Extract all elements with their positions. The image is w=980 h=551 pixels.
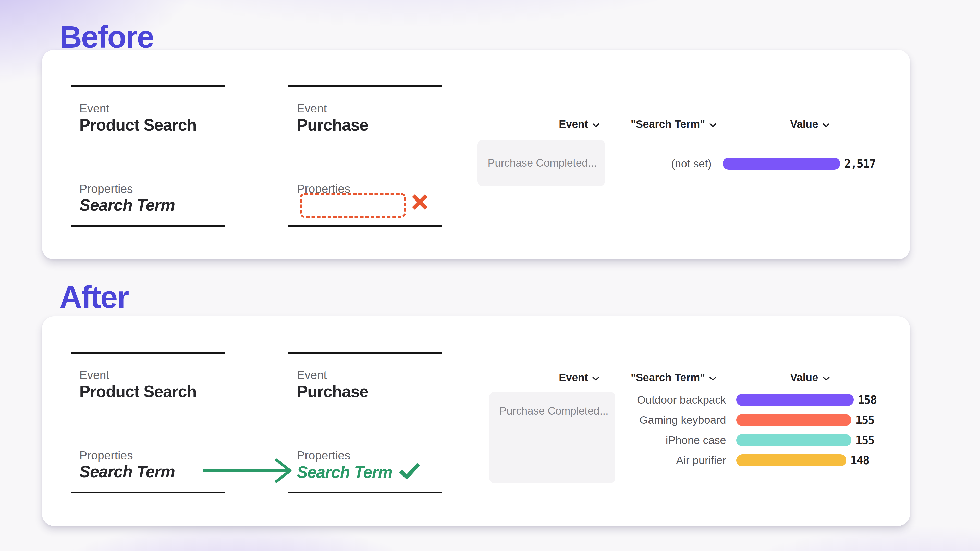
value-number: 155 (856, 433, 874, 447)
x-icon (412, 194, 428, 211)
value-bar (736, 414, 851, 426)
search-term-label: iPhone case (527, 434, 726, 446)
value-bar (736, 394, 854, 406)
table-row: Outdoor backpack158 (527, 394, 877, 406)
event-label: Event (297, 102, 327, 115)
properties-value: Search Term (80, 462, 175, 481)
column-header-label: Event (559, 372, 588, 384)
event-value: Product Search (80, 116, 197, 135)
properties-label: Properties (80, 449, 133, 462)
missing-property-placeholder (300, 193, 406, 218)
chevron-down-icon (822, 372, 830, 384)
mapping-arrow-icon (203, 458, 295, 484)
value-bar (723, 158, 840, 170)
chevron-down-icon (592, 118, 600, 130)
column-header-event[interactable]: Event (559, 118, 600, 130)
event-label: Event (297, 368, 327, 382)
table-row: iPhone case155 (527, 434, 874, 446)
event-value: Purchase (297, 116, 368, 135)
after-heading: After (59, 282, 128, 313)
event-value: Purchase (297, 383, 368, 401)
value-bar (736, 454, 846, 466)
column-header-search-term[interactable]: "Search Term" (631, 372, 717, 384)
event-value: Product Search (80, 383, 197, 401)
column-header-value[interactable]: Value (790, 372, 830, 384)
column-header-event[interactable]: Event (559, 372, 600, 384)
column-header-label: Value (790, 372, 818, 384)
search-term-label: Air purifier (527, 454, 726, 467)
properties-value-mapped: Search Term (297, 462, 420, 483)
check-icon (399, 464, 420, 483)
event-label: Event (80, 368, 110, 382)
properties-label: Properties (80, 183, 133, 195)
before-purchase-field-card: Event Purchase Properties (288, 86, 442, 227)
column-header-search-term[interactable]: "Search Term" (631, 118, 717, 130)
before-heading: Before (59, 21, 153, 52)
value-number: 2,517 (844, 157, 875, 170)
after-product-search-field-card: Event Product Search Properties Search T… (71, 352, 224, 493)
value-number: 158 (858, 393, 877, 407)
before-card: Event Product Search Properties Search T… (42, 50, 910, 259)
table-row: Gaming keyboard155 (527, 414, 874, 426)
column-header-label: "Search Term" (631, 118, 705, 130)
event-label: Event (80, 102, 110, 115)
chevron-down-icon (592, 372, 600, 384)
search-term-label: Outdoor backpack (527, 394, 726, 406)
value-number: 148 (850, 454, 869, 467)
search-term-label: Gaming keyboard (527, 414, 726, 426)
chevron-down-icon (709, 118, 717, 130)
value-number: 155 (856, 413, 874, 427)
before-product-search-field-card: Event Product Search Properties Search T… (71, 86, 224, 227)
column-header-label: "Search Term" (631, 372, 705, 384)
value-bar (736, 434, 851, 446)
column-header-value[interactable]: Value (790, 118, 830, 130)
table-row: Air purifier148 (527, 454, 869, 466)
properties-label: Properties (297, 449, 350, 462)
search-term-label: (not set) (527, 157, 711, 170)
chevron-down-icon (822, 118, 830, 130)
after-purchase-field-card: Event Purchase Properties Search Term (288, 352, 442, 493)
after-card: Event Product Search Properties Search T… (42, 316, 910, 526)
table-row: (not set)2,517 (527, 157, 875, 170)
chevron-down-icon (709, 372, 717, 384)
column-header-label: Value (790, 118, 818, 130)
properties-value: Search Term (80, 196, 175, 215)
column-header-label: Event (559, 118, 588, 130)
